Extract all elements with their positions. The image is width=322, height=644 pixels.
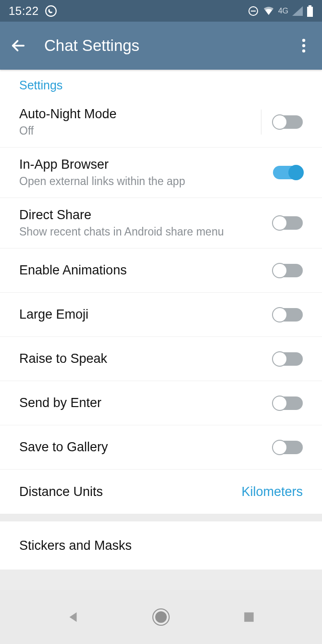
nav-recents-button[interactable] [235, 603, 263, 632]
vertical-divider [261, 110, 261, 135]
settings-list: Settings Auto-Night Mode Off In-App Brow… [0, 70, 322, 570]
svg-rect-3 [309, 5, 311, 7]
row-direct-share[interactable]: Direct Share Show recent chats in Androi… [0, 198, 322, 248]
distance-units-value: Kilometers [241, 484, 303, 499]
row-title: In-App Browser [19, 157, 273, 172]
page-title: Chat Settings [44, 37, 294, 55]
raise-to-speak-toggle[interactable] [273, 352, 303, 366]
svg-point-0 [46, 6, 56, 16]
enable-animations-toggle[interactable] [273, 264, 303, 277]
row-save-to-gallery[interactable]: Save to Gallery [0, 425, 322, 470]
whatsapp-icon [45, 5, 57, 17]
row-title: Distance Units [19, 484, 103, 499]
row-title: Auto-Night Mode [19, 107, 261, 122]
row-stickers-masks[interactable]: Stickers and Masks [0, 521, 322, 570]
status-bar: 15:22 4G [0, 0, 322, 22]
status-time: 15:22 [9, 4, 39, 18]
nav-home-button[interactable] [147, 603, 175, 632]
row-enable-animations[interactable]: Enable Animations [0, 248, 322, 293]
row-auto-night-mode[interactable]: Auto-Night Mode Off [0, 97, 322, 148]
row-subtitle: Show recent chats in Android share menu [19, 225, 273, 238]
app-bar: Chat Settings [0, 22, 322, 70]
row-title: Send by Enter [19, 396, 273, 410]
row-title: Direct Share [19, 208, 273, 223]
row-raise-to-speak[interactable]: Raise to Speak [0, 337, 322, 381]
save-to-gallery-toggle[interactable] [273, 441, 303, 454]
large-emoji-toggle[interactable] [273, 308, 303, 322]
wifi-icon [263, 6, 274, 16]
svg-rect-11 [245, 612, 254, 622]
row-large-emoji[interactable]: Large Emoji [0, 293, 322, 337]
row-subtitle: Open external links within the app [19, 175, 273, 188]
row-title: Large Emoji [19, 307, 273, 322]
row-in-app-browser[interactable]: In-App Browser Open external links withi… [0, 148, 322, 198]
section-gap [0, 514, 322, 521]
row-title: Save to Gallery [19, 440, 273, 455]
network-label: 4G [278, 7, 288, 15]
send-by-enter-toggle[interactable] [273, 396, 303, 410]
auto-night-toggle[interactable] [273, 115, 303, 129]
back-button[interactable] [9, 36, 28, 55]
svg-point-6 [302, 39, 305, 42]
in-app-browser-toggle[interactable] [273, 166, 303, 179]
row-title: Raise to Speak [19, 351, 273, 366]
svg-point-8 [302, 50, 305, 52]
svg-point-10 [155, 611, 167, 623]
row-distance-units[interactable]: Distance Units Kilometers [0, 470, 322, 514]
dnd-icon [248, 5, 259, 17]
system-nav-bar [0, 590, 322, 644]
section-header-settings: Settings [0, 70, 322, 97]
nav-back-button[interactable] [59, 603, 87, 632]
svg-point-7 [302, 44, 305, 47]
row-title: Enable Animations [19, 263, 273, 278]
signal-icon [292, 6, 303, 16]
row-title: Stickers and Masks [19, 538, 132, 553]
svg-rect-4 [307, 7, 313, 17]
row-send-by-enter[interactable]: Send by Enter [0, 381, 322, 425]
battery-icon [307, 5, 313, 17]
direct-share-toggle[interactable] [273, 216, 303, 230]
overflow-menu-button[interactable] [294, 36, 313, 55]
row-subtitle: Off [19, 124, 261, 137]
